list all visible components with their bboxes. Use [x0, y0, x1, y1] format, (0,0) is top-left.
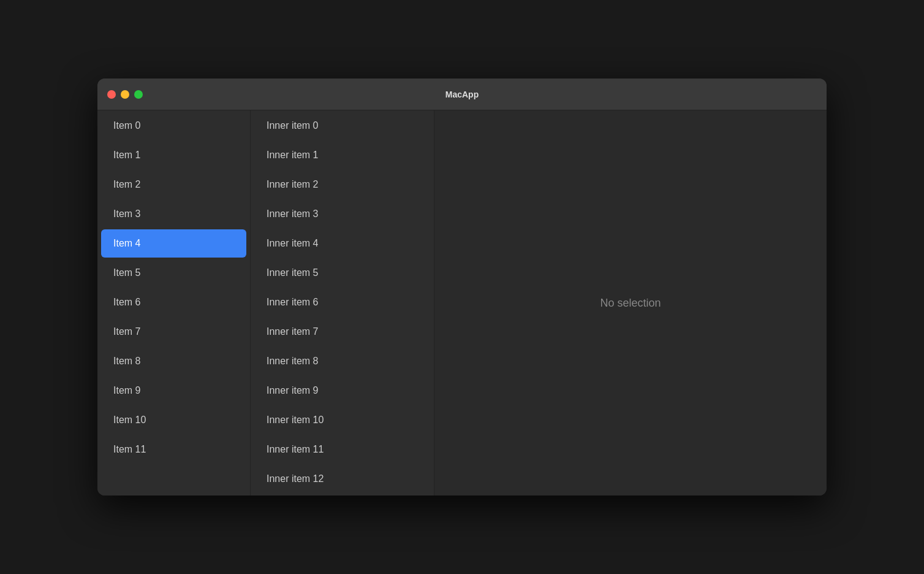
sidebar-item-7[interactable]: Item 7 [101, 318, 246, 346]
inner-item-8[interactable]: Inner item 8 [254, 347, 430, 375]
sidebar-item-0[interactable]: Item 0 [101, 112, 246, 140]
inner-item-9[interactable]: Inner item 9 [254, 377, 430, 405]
sidebar-item-11[interactable]: Item 11 [101, 435, 246, 464]
content-area: Item 0Item 1Item 2Item 3Item 4Item 5Item… [97, 110, 827, 496]
inner-item-4[interactable]: Inner item 4 [254, 229, 430, 258]
main-window: MacApp Item 0Item 1Item 2Item 3Item 4Ite… [97, 78, 827, 496]
inner-item-5[interactable]: Inner item 5 [254, 259, 430, 287]
sidebar-item-1[interactable]: Item 1 [101, 141, 246, 169]
sidebar-item-6[interactable]: Item 6 [101, 288, 246, 316]
inner-item-0[interactable]: Inner item 0 [254, 112, 430, 140]
inner-item-10[interactable]: Inner item 10 [254, 406, 430, 434]
sidebar-item-5[interactable]: Item 5 [101, 259, 246, 287]
sidebar-item-8[interactable]: Item 8 [101, 347, 246, 375]
sidebar-item-9[interactable]: Item 9 [101, 377, 246, 405]
inner-item-1[interactable]: Inner item 1 [254, 141, 430, 169]
detail-panel: No selection [434, 110, 827, 496]
sidebar-item-3[interactable]: Item 3 [101, 200, 246, 228]
sidebar-item-10[interactable]: Item 10 [101, 406, 246, 434]
maximize-button[interactable] [134, 90, 143, 99]
close-button[interactable] [107, 90, 116, 99]
no-selection-label: No selection [600, 297, 661, 310]
sidebar: Item 0Item 1Item 2Item 3Item 4Item 5Item… [97, 110, 251, 496]
sidebar-item-4[interactable]: Item 4 [101, 229, 246, 258]
window-title: MacApp [445, 90, 479, 99]
minimize-button[interactable] [121, 90, 129, 99]
inner-item-11[interactable]: Inner item 11 [254, 435, 430, 464]
inner-item-12[interactable]: Inner item 12 [254, 465, 430, 493]
inner-item-3[interactable]: Inner item 3 [254, 200, 430, 228]
titlebar: MacApp [97, 78, 827, 110]
sidebar-item-2[interactable]: Item 2 [101, 170, 246, 199]
traffic-lights [107, 90, 143, 99]
inner-item-6[interactable]: Inner item 6 [254, 288, 430, 316]
middle-panel: Inner item 0Inner item 1Inner item 2Inne… [251, 110, 434, 496]
inner-item-7[interactable]: Inner item 7 [254, 318, 430, 346]
inner-item-2[interactable]: Inner item 2 [254, 170, 430, 199]
